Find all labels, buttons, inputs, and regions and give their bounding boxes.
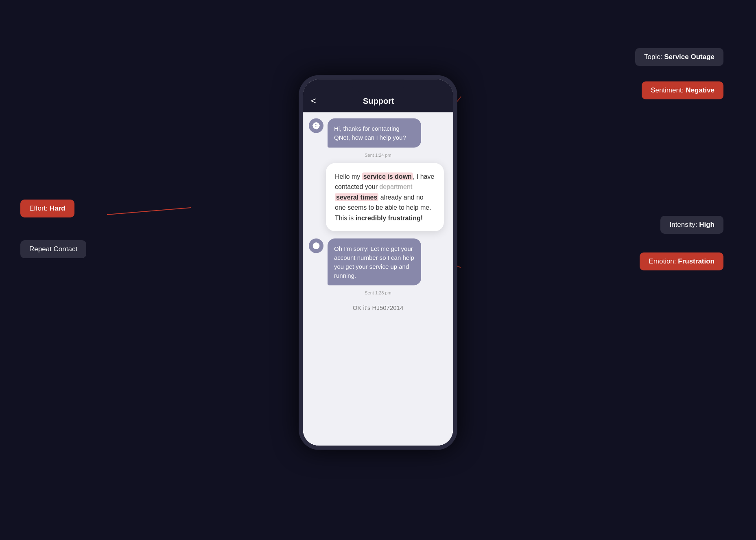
emotion-badge: Emotion: Frustration — [640, 252, 723, 270]
bot-message-2-text: Oh I'm sorry! Let me get your account nu… — [334, 245, 414, 279]
bubble-bot-1: Hi, thanks for contacting QNet, how can … — [328, 119, 421, 148]
scene: < Support Hi, thanks for contacting — [0, 0, 756, 540]
partial-user-message: OK it's HJ5072014 — [309, 304, 447, 311]
repeat-contact-label: Repeat Contact — [29, 245, 77, 253]
effort-badge: Effort: Hard — [20, 200, 74, 217]
timestamp-1: Sent 1:24 pm — [309, 152, 447, 157]
emotion-label: Emotion: — [649, 257, 678, 265]
bot-message-1-text: Hi, thanks for contacting QNet, how can … — [334, 125, 406, 141]
repeat-contact-badge: Repeat Contact — [20, 240, 86, 258]
bubble-bot-2: Oh I'm sorry! Let me get your account nu… — [328, 239, 421, 285]
bot-icon-svg-2 — [312, 242, 320, 250]
phone-mockup: < Support Hi, thanks for contacting — [299, 75, 457, 450]
svg-line-2 — [107, 208, 191, 215]
bubble-user-card: Hello my service is down, I have contact… — [326, 163, 444, 231]
emotion-value: Frustration — [678, 257, 714, 265]
phone-notch — [352, 79, 404, 92]
highlight-several-times: several times — [335, 193, 378, 201]
sentiment-badge: Sentiment: Negative — [642, 81, 723, 99]
highlight-service-down: service is down — [362, 172, 413, 180]
intensity-badge: Intensity: High — [660, 216, 723, 234]
sentiment-label: Sentiment: — [651, 86, 686, 94]
message-bot-2: Oh I'm sorry! Let me get your account nu… — [309, 239, 447, 285]
message-bot-1: Hi, thanks for contacting QNet, how can … — [309, 119, 447, 148]
topic-value: Service Outage — [664, 53, 714, 61]
svg-point-4 — [315, 244, 317, 245]
topic-label: Topic: — [644, 53, 664, 61]
bot-avatar-2 — [309, 239, 323, 253]
effort-value: Hard — [50, 204, 66, 212]
bot-avatar-1 — [309, 119, 323, 133]
phone-screen: < Support Hi, thanks for contacting — [303, 79, 453, 446]
bot-icon-svg — [312, 122, 320, 130]
topic-badge: Topic: Service Outage — [635, 48, 723, 66]
intensity-value: High — [699, 221, 714, 228]
sentiment-value: Negative — [686, 86, 714, 94]
chat-title: Support — [324, 96, 433, 105]
svg-point-3 — [315, 125, 317, 127]
intensity-label: Intensity: — [669, 221, 699, 228]
back-button[interactable]: < — [311, 96, 316, 106]
chat-body: Hi, thanks for contacting QNet, how can … — [303, 112, 453, 446]
timestamp-2: Sent 1:28 pm — [309, 290, 447, 295]
effort-label: Effort: — [29, 204, 50, 212]
strikethrough-department: department — [379, 183, 412, 190]
bold-frustrating: incredibly frustrating! — [356, 214, 423, 221]
